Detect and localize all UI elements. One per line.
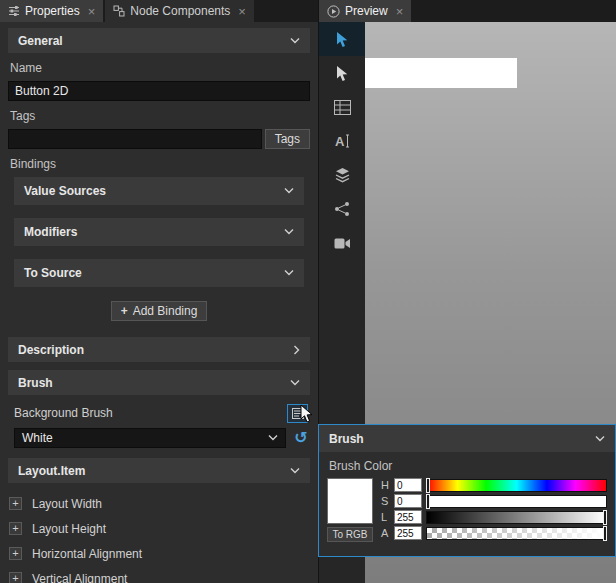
tab-preview-label: Preview [345,4,388,18]
background-brush-dropdown[interactable]: White [14,428,286,448]
layers-tool[interactable] [319,158,365,192]
chevron-down-icon [290,38,300,44]
add-property-icon[interactable]: + [9,522,22,535]
slider-marker[interactable] [604,527,606,540]
background-brush-label: Background Brush [14,406,113,420]
name-input[interactable] [8,81,310,101]
close-icon[interactable]: × [88,5,96,18]
panel-list-icon [292,408,304,419]
add-binding-label: Add Binding [133,304,198,318]
saturation-channel-row: S [381,494,607,508]
add-property-icon[interactable]: + [9,572,22,583]
close-icon[interactable]: × [396,5,404,18]
section-modifiers[interactable]: Modifiers [14,218,304,246]
alpha-slider[interactable] [426,527,607,540]
brush-popup-title: Brush [329,432,364,446]
button-2d-node[interactable] [365,58,517,88]
text-tool-icon: A [334,133,351,149]
background-brush-value: White [22,431,53,445]
hue-value-input[interactable] [394,478,422,492]
slider-marker[interactable] [427,495,429,508]
layout-width-label: Layout Width [32,497,102,511]
camera-icon [334,237,351,250]
lightness-slider[interactable] [426,511,607,524]
revert-arrow-icon[interactable]: ↺ [292,430,310,446]
alpha-channel-row: A [381,526,607,540]
background-brush-row: Background Brush [8,403,310,423]
saturation-label: S [381,495,390,507]
section-layout-item[interactable]: Layout.Item [8,458,310,483]
play-circle-icon [327,5,340,18]
select-tool[interactable] [319,22,365,56]
section-to-source-label: To Source [24,266,82,280]
section-general[interactable]: General [8,28,310,53]
section-modifiers-label: Modifiers [24,225,77,239]
tab-node-components-label: Node Components [130,4,230,18]
tab-properties-label: Properties [25,4,80,18]
section-general-label: General [18,34,63,48]
node-graph-icon [334,201,350,217]
section-brush-label: Brush [18,376,53,390]
to-rgb-button[interactable]: To RGB [327,527,373,542]
tab-preview[interactable]: Preview × [319,0,411,22]
tags-input[interactable] [8,129,262,149]
left-tabbar: Properties × Node Components × [0,0,318,22]
close-icon[interactable]: × [238,5,246,18]
slider-marker[interactable] [604,511,606,524]
node-graph-tool[interactable] [319,192,365,226]
layout-width-row: + Layout Width [8,491,310,516]
hue-slider[interactable] [426,479,607,492]
swatch-column: To RGB [327,478,373,542]
grid-tool[interactable] [319,90,365,124]
saturation-value-input[interactable] [394,494,422,508]
section-value-sources[interactable]: Value Sources [14,177,304,205]
section-layout-item-label: Layout.Item [18,464,85,478]
channel-rows: H S L A [381,478,607,542]
node-components-icon [113,5,125,17]
add-property-icon[interactable]: + [9,497,22,510]
add-binding-wrap: + Add Binding [8,301,310,321]
slider-marker[interactable] [427,479,429,492]
chevron-right-icon [294,345,300,355]
saturation-slider[interactable] [426,495,607,508]
chevron-down-icon [290,380,300,386]
brush-popup: Brush Brush Color To RGB H S L [318,424,616,557]
camera-tool[interactable] [319,226,365,260]
transform-tool[interactable] [319,56,365,90]
layout-height-row: + Layout Height [8,516,310,541]
add-binding-button[interactable]: + Add Binding [111,301,208,321]
tags-button[interactable]: Tags [265,129,310,149]
hue-channel-row: H [381,478,607,492]
background-brush-dropdown-row: White ↺ [8,428,310,448]
section-to-source[interactable]: To Source [14,259,304,287]
brush-color-label: Brush Color [319,452,615,478]
lightness-value-input[interactable] [394,510,422,524]
horizontal-alignment-label: Horizontal Alignment [32,547,142,561]
tab-node-components[interactable]: Node Components × [105,0,254,22]
text-tool[interactable]: A [319,124,365,158]
properties-panel: Properties × Node Components × General N… [0,0,318,583]
add-property-icon[interactable]: + [9,547,22,560]
layout-height-label: Layout Height [32,522,106,536]
chevron-down-icon [268,435,278,441]
preview-tabbar: Preview × [319,0,616,22]
section-value-sources-label: Value Sources [24,184,106,198]
tab-properties[interactable]: Properties × [0,0,103,22]
lightness-label: L [381,511,390,523]
tags-row: Tags [8,129,310,149]
vertical-alignment-label: Vertical Alignment [32,572,127,583]
section-brush[interactable]: Brush [8,370,310,395]
chevron-down-icon [595,436,605,442]
alpha-value-input[interactable] [394,526,422,540]
properties-icon [8,5,20,17]
alpha-label: A [381,527,390,539]
section-description[interactable]: Description [8,337,310,362]
brush-popup-header[interactable]: Brush [319,425,615,452]
brush-editor-button[interactable] [287,404,308,423]
svg-text:A: A [335,134,345,149]
chevron-down-icon [290,468,300,474]
color-swatch[interactable] [327,478,373,524]
bindings-label: Bindings [10,157,308,171]
tags-label: Tags [10,109,308,123]
horizontal-alignment-row: + Horizontal Alignment [8,541,310,566]
